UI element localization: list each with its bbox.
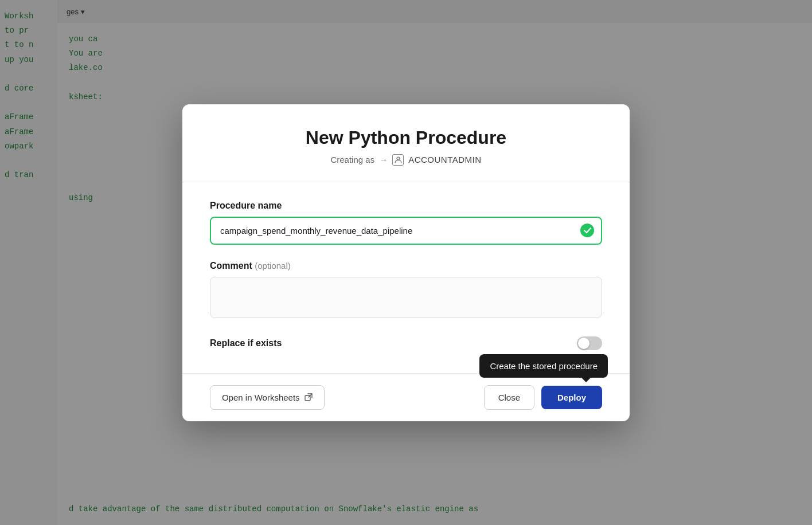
deploy-tooltip: Create the stored procedure — [479, 354, 608, 378]
valid-check-icon — [580, 224, 594, 237]
procedure-name-input-wrapper — [210, 217, 602, 245]
modal-title: New Python Procedure — [210, 127, 602, 148]
replace-if-exists-row: Replace if exists — [210, 336, 602, 355]
footer-right-actions: Close Create the stored procedure Deploy — [484, 385, 602, 410]
user-icon — [392, 154, 404, 166]
modal-overlay: New Python Procedure Creating as → ACCOU… — [0, 0, 812, 525]
modal-subtitle-username: ACCOUNTADMIN — [408, 155, 481, 164]
external-link-icon — [304, 393, 313, 401]
modal-body: Procedure name Comment (optional) — [182, 182, 630, 373]
comment-optional-label: (optional) — [255, 261, 291, 271]
deploy-button[interactable]: Deploy — [541, 386, 602, 409]
modal-footer: Open in Worksheets Close Create the stor… — [182, 373, 630, 421]
modal-subtitle-prefix: Creating as — [330, 155, 374, 164]
svg-point-0 — [397, 157, 400, 160]
modal-subtitle-arrow: → — [379, 155, 388, 164]
modal-subtitle: Creating as → ACCOUNTADMIN — [210, 154, 602, 166]
procedure-name-input[interactable] — [210, 217, 602, 245]
open-in-worksheets-button[interactable]: Open in Worksheets — [210, 385, 325, 410]
comment-input[interactable] — [210, 277, 602, 318]
deploy-tooltip-container: Create the stored procedure Deploy — [541, 386, 602, 409]
modal-header: New Python Procedure Creating as → ACCOU… — [182, 104, 630, 182]
replace-if-exists-toggle[interactable] — [577, 336, 602, 350]
procedure-name-label: Procedure name — [210, 201, 602, 211]
comment-group: Comment (optional) — [210, 261, 602, 320]
modal-dialog: New Python Procedure Creating as → ACCOU… — [182, 104, 630, 421]
replace-if-exists-label: Replace if exists — [210, 338, 282, 348]
close-button[interactable]: Close — [484, 385, 534, 410]
procedure-name-group: Procedure name — [210, 201, 602, 245]
comment-label: Comment (optional) — [210, 261, 602, 271]
